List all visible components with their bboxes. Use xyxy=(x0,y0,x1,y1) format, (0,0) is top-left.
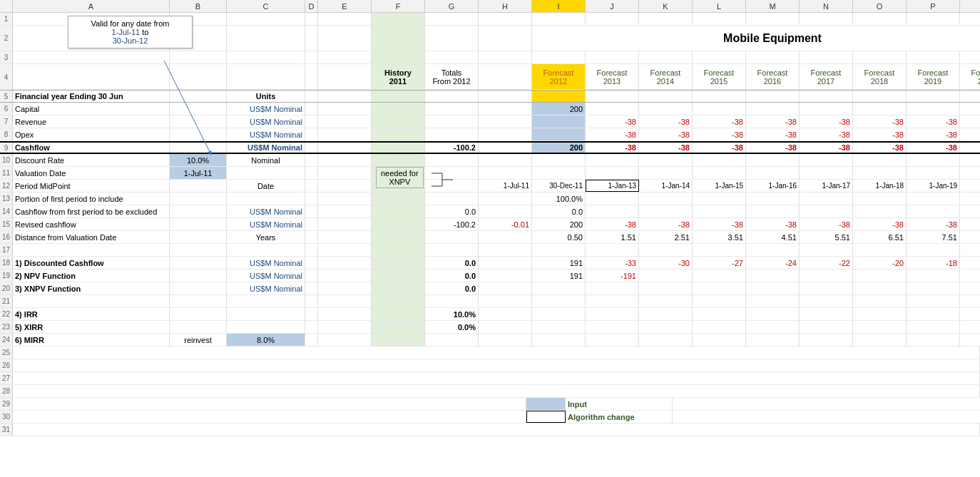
cell-p20 xyxy=(907,282,960,294)
cell-m18: -24 xyxy=(746,257,800,269)
row-7: 7 Revenue US$M Nominal -38 -38 -38 -38 -… xyxy=(0,116,980,128)
cell-n16: 5.51 xyxy=(800,231,853,243)
cell-p1 xyxy=(907,13,960,25)
cell-d8: US$M Nominal xyxy=(227,128,305,140)
cell-c21 xyxy=(170,295,227,307)
legend-algo-box xyxy=(526,411,566,423)
cell-l8: -38 xyxy=(693,128,746,140)
col-header-rownum xyxy=(0,0,13,12)
cell-c11[interactable]: 1-Jul-11 xyxy=(170,167,227,179)
cell-n17 xyxy=(800,244,853,256)
cell-d24[interactable]: 8.0% xyxy=(227,334,305,346)
row-22: 22 4) IRR 10.0% xyxy=(0,308,980,321)
cell-d7: US$M Nominal xyxy=(227,116,305,128)
cell-i17 xyxy=(532,244,586,256)
cell-p11 xyxy=(907,167,960,179)
row-16: 16 Distance from Valuation Date Years 0.… xyxy=(0,231,980,244)
cell-q1 xyxy=(960,13,980,25)
cell-e19 xyxy=(305,270,318,282)
cell-l16: 3.51 xyxy=(693,231,746,243)
cell-n24 xyxy=(800,334,853,346)
cell-e7b xyxy=(318,116,372,128)
cell-c19 xyxy=(170,270,227,282)
cell-m9: -38 xyxy=(746,143,800,153)
cell-q5 xyxy=(960,91,980,102)
row-21: 21 xyxy=(0,295,980,308)
cell-c16 xyxy=(170,231,227,243)
cell-empty-25 xyxy=(13,347,980,359)
cell-c22 xyxy=(170,308,227,320)
cell-i24 xyxy=(532,334,586,346)
row-29: 29 Input xyxy=(0,398,980,411)
rownum-1: 1 xyxy=(0,13,13,25)
row-23: 23 5) XIRR 0.0% xyxy=(0,321,980,334)
rows-container: 1 2 xyxy=(0,13,980,436)
rownum-12: 12 xyxy=(0,180,13,192)
rownum-27: 27 xyxy=(0,372,13,384)
cell-e14b xyxy=(318,205,372,217)
cell-h10 xyxy=(479,154,532,166)
cell-i20 xyxy=(532,282,586,294)
cell-l19 xyxy=(693,270,746,282)
row-30: 30 Algorithm change xyxy=(0,411,980,424)
cell-j19: -191 xyxy=(586,270,639,282)
cell-j4: Forecast 2013 xyxy=(586,64,639,89)
col-header-m: M xyxy=(746,0,800,12)
cell-c7 xyxy=(170,116,227,128)
cell-e15 xyxy=(305,218,318,230)
cell-f8 xyxy=(372,128,425,140)
cell-l13 xyxy=(693,193,746,205)
row-11: 11 Valuation Date 1-Jul-11 xyxy=(0,167,980,180)
cell-g4: Totals From 2012 xyxy=(425,64,479,89)
cell-e23 xyxy=(305,321,318,333)
cell-e21b xyxy=(318,295,372,307)
row-28: 28 xyxy=(0,385,980,398)
cell-f17 xyxy=(372,244,425,256)
cell-i7 xyxy=(532,116,586,128)
cell-p15: -38 xyxy=(907,218,960,230)
col-header-n: N xyxy=(800,0,853,12)
cell-q8: -38 xyxy=(960,128,980,140)
cell-n8: -38 xyxy=(800,128,853,140)
cell-p18: -18 xyxy=(907,257,960,269)
cell-k23 xyxy=(639,321,693,333)
forecast-i-label: Forecast xyxy=(543,68,574,77)
cell-o14 xyxy=(853,205,907,217)
cell-j5 xyxy=(586,91,639,102)
cell-l15: -38 xyxy=(693,218,746,230)
col-header-c: C xyxy=(227,0,305,12)
cell-p22 xyxy=(907,308,960,320)
cell-b11: Valuation Date xyxy=(13,167,170,179)
cell-b9: Cashflow xyxy=(13,143,170,153)
cell-l7: -38 xyxy=(693,116,746,128)
cell-j24 xyxy=(586,334,639,346)
cell-e18b xyxy=(318,257,372,269)
cell-b17 xyxy=(13,244,170,256)
cell-j10 xyxy=(586,154,639,166)
cell-o21 xyxy=(853,295,907,307)
cell-n9: -38 xyxy=(800,143,853,153)
cell-b5: Financial year Ending 30 Jun xyxy=(13,91,170,102)
cell-j18: -33 xyxy=(586,257,639,269)
cell-d19: US$M Nominal xyxy=(227,270,305,282)
row-20: 20 3) XNPV Function US$M Nominal 0.0 xyxy=(0,282,980,295)
col-header-a: A xyxy=(13,0,170,12)
rownum-30: 30 xyxy=(0,411,13,423)
cell-f15 xyxy=(372,218,425,230)
forecast-i-year: 2012 xyxy=(550,77,567,86)
cell-i23 xyxy=(532,321,586,333)
cell-q20 xyxy=(960,282,980,294)
cell-j17 xyxy=(586,244,639,256)
cell-k12: 1-Jan-14 xyxy=(639,180,693,192)
rownum-23: 23 xyxy=(0,321,13,333)
cell-i15: 200 xyxy=(532,218,586,230)
cell-b20: 3) XNPV Function xyxy=(13,282,170,294)
cell-f1 xyxy=(372,13,425,25)
cell-c10[interactable]: 10.0% xyxy=(170,154,227,166)
col-header-o: O xyxy=(853,0,907,12)
cell-m7: -38 xyxy=(746,116,800,128)
cell-k4: Forecast 2014 xyxy=(639,64,693,89)
cell-i11 xyxy=(532,167,586,179)
rownum-2: 2 xyxy=(0,26,13,51)
cell-h23 xyxy=(479,321,532,333)
